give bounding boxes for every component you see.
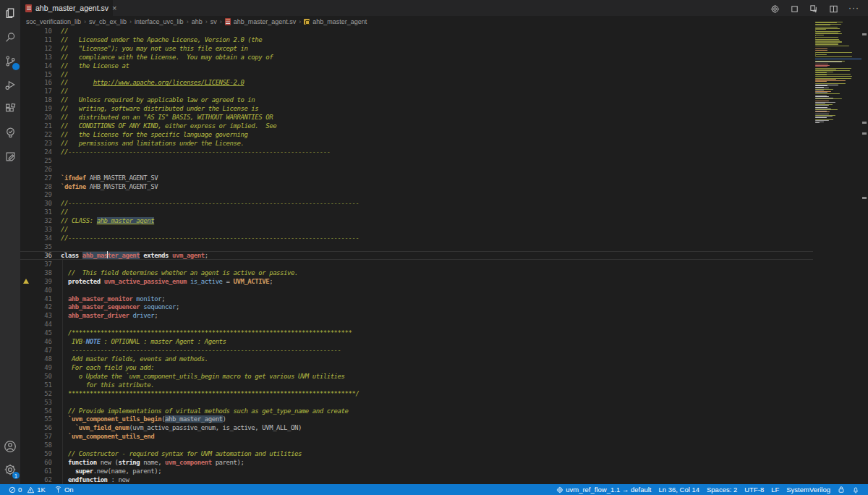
search-icon[interactable] xyxy=(3,30,17,44)
code-line[interactable]: 33// xyxy=(20,225,813,234)
cursor-position[interactable]: Ln 36, Col 14 xyxy=(655,486,702,494)
code-line[interactable]: 60 function new (string name, uvm_compon… xyxy=(20,458,813,467)
code-line[interactable]: 58 xyxy=(20,441,813,449)
code-text: // the License for the specific language… xyxy=(52,131,247,138)
code-line[interactable]: 34//------------------------------------… xyxy=(20,234,813,242)
tab-ahb-master-agent[interactable]: ahb_master_agent.sv × xyxy=(20,0,113,16)
code-line[interactable]: 21// CONDITIONS OF ANY KIND, either expr… xyxy=(20,122,813,130)
code-line[interactable]: 51 for this attribute. xyxy=(20,381,813,389)
stop-square-icon[interactable] xyxy=(790,4,799,13)
code-line[interactable]: 17// xyxy=(20,87,813,96)
code-line[interactable]: 28`define AHB_MASTER_AGENT_SV xyxy=(20,182,813,191)
eol-status[interactable]: LF xyxy=(768,486,782,494)
workspace-trust-status[interactable] xyxy=(835,486,848,494)
test-explorer-icon[interactable] xyxy=(3,125,17,140)
notifications-status[interactable] xyxy=(849,486,862,494)
encoding-status[interactable]: UTF-8 xyxy=(741,486,767,494)
code-line[interactable]: 50 o Update the `uvm_component_utils_beg… xyxy=(20,372,813,381)
code-line[interactable]: 46 IVB-NOTE : OPTIONAL : master Agent : … xyxy=(20,337,813,346)
breadcrumb-file-icon xyxy=(225,18,231,25)
settings-icon[interactable] xyxy=(770,4,780,13)
code-line[interactable]: 22// the License for the specific langua… xyxy=(20,130,813,139)
code-line[interactable]: 44 xyxy=(20,320,813,329)
breadcrumb-item[interactable]: sv xyxy=(210,18,217,25)
account-icon[interactable] xyxy=(3,439,17,454)
code-line[interactable]: 15// xyxy=(20,70,813,79)
code-text: ahb_master_monitor monitor; xyxy=(52,295,165,302)
code-line[interactable]: 26 xyxy=(20,165,813,174)
code-line[interactable]: 12// "License"); you may not use this fi… xyxy=(20,44,813,53)
broadcast-icon xyxy=(54,486,62,494)
split-editor-icon[interactable] xyxy=(829,4,838,13)
code-line[interactable]: 59 // Constructor - required syntax for … xyxy=(20,449,813,458)
code-line[interactable]: 13// compliance with the License. You ma… xyxy=(20,53,813,62)
breadcrumb-item-file[interactable]: ahb_master_agent.sv xyxy=(234,18,297,25)
indentation-status[interactable]: Spaces: 2 xyxy=(704,486,740,494)
code-line[interactable]: 61 super.new(name, parent); xyxy=(20,467,813,475)
code-line[interactable]: 41 ahb_master_monitor monitor; xyxy=(20,295,813,303)
code-line[interactable]: 29 xyxy=(20,191,813,200)
code-line[interactable]: 39 protected uvm_active_passive_enum is_… xyxy=(20,277,813,286)
code-line[interactable]: 52 *************************************… xyxy=(20,389,813,398)
code-line[interactable]: 43 ahb_master_driver driver; xyxy=(20,311,813,320)
breadcrumb-item-symbol[interactable]: ahb_master_agent xyxy=(312,18,367,25)
task-status[interactable]: uvm_ref_flow_1.1 → default xyxy=(553,486,654,494)
code-line[interactable]: 54 // Provide implementations of virtual… xyxy=(20,407,813,415)
settings-gear-icon[interactable]: 1 xyxy=(3,462,17,477)
run-debug-icon[interactable] xyxy=(3,77,17,92)
task-label: uvm_ref_flow_1.1 → default xyxy=(566,486,651,494)
code-area[interactable]: 10//11// Licensed under the Apache Licen… xyxy=(20,27,813,484)
code-line[interactable]: 62 endfunction : new xyxy=(20,475,813,484)
code-line[interactable]: 14// the License at xyxy=(20,62,813,70)
code-line[interactable]: 38 // This field determines whether an a… xyxy=(20,268,813,277)
code-line[interactable]: 55 `uvm_component_utils_begin(ahb_master… xyxy=(20,415,813,423)
code-line[interactable]: 23// permissions and limitations under t… xyxy=(20,139,813,148)
code-line[interactable]: 27`ifndef AHB_MASTER_AGENT_SV xyxy=(20,174,813,182)
code-line[interactable]: 20// distributed on an "AS IS" BASIS, WI… xyxy=(20,113,813,122)
code-text: IVB-NOTE : OPTIONAL : master Agent : Age… xyxy=(52,338,226,345)
breadcrumb-item[interactable]: sv_cb_ex_lib xyxy=(89,18,127,25)
tab-close-icon[interactable]: × xyxy=(112,4,116,12)
more-actions-icon[interactable]: ··· xyxy=(848,3,859,13)
code-line[interactable]: 47 -------------------------------------… xyxy=(20,346,813,355)
code-line[interactable]: 32// CLASS: ahb_master_agent xyxy=(20,216,813,225)
code-line[interactable]: 49 For each field you add: xyxy=(20,363,813,372)
tunnel-status[interactable]: On xyxy=(51,486,77,494)
extensions-icon[interactable] xyxy=(3,101,17,116)
editor[interactable]: 10//11// Licensed under the Apache Licen… xyxy=(20,27,868,484)
indent-guide xyxy=(62,260,63,484)
code-line[interactable]: 42 ahb_master_sequencer sequencer; xyxy=(20,303,813,312)
code-line[interactable]: 24//------------------------------------… xyxy=(20,148,813,156)
code-line[interactable]: 16// http://www.apache.org/licenses/LICE… xyxy=(20,79,813,88)
code-text: // xyxy=(52,88,68,95)
overview-ruler[interactable] xyxy=(861,16,868,484)
code-line[interactable]: 45 /************************************… xyxy=(20,329,813,337)
code-line[interactable]: 30//------------------------------------… xyxy=(20,199,813,208)
code-line[interactable]: 56 `uvm_field_enum(uvm_active_passive_en… xyxy=(20,423,813,432)
code-line[interactable]: 35 xyxy=(20,242,813,251)
notebook-edit-icon[interactable] xyxy=(3,149,17,164)
breadcrumb-item[interactable]: soc_verification_lib xyxy=(26,18,81,25)
source-control-icon[interactable] xyxy=(3,54,17,68)
explorer-icon[interactable] xyxy=(3,6,17,20)
code-line[interactable]: 18// Unless required by applicable law o… xyxy=(20,96,813,104)
language-mode[interactable]: SystemVerilog xyxy=(783,486,833,494)
code-line[interactable]: 11// Licensed under the Apache License, … xyxy=(20,35,813,44)
activity-bar: 1 xyxy=(0,0,20,484)
code-line[interactable]: 40 xyxy=(20,286,813,295)
breadcrumb-item[interactable]: interface_uvc_lib xyxy=(135,18,184,25)
compare-changes-icon[interactable] xyxy=(809,4,819,13)
minimap[interactable] xyxy=(815,17,861,133)
line-number: 36 xyxy=(32,252,52,259)
code-line[interactable]: 37 xyxy=(20,260,813,268)
code-line[interactable]: 19// writing, software distributed under… xyxy=(20,104,813,113)
code-line[interactable]: 48 Add master fields, events and methods… xyxy=(20,355,813,363)
code-line[interactable]: 36class ahb_master_agent extends uvm_age… xyxy=(20,251,813,260)
problems-status[interactable]: 0 1K xyxy=(6,486,48,494)
code-line[interactable]: 57 `uvm_component_utils_end xyxy=(20,432,813,441)
code-line[interactable]: 25 xyxy=(20,156,813,165)
code-line[interactable]: 31// xyxy=(20,208,813,216)
code-line[interactable]: 53 xyxy=(20,398,813,407)
code-line[interactable]: 10// xyxy=(20,27,813,35)
breadcrumb-item[interactable]: ahb xyxy=(192,18,203,25)
